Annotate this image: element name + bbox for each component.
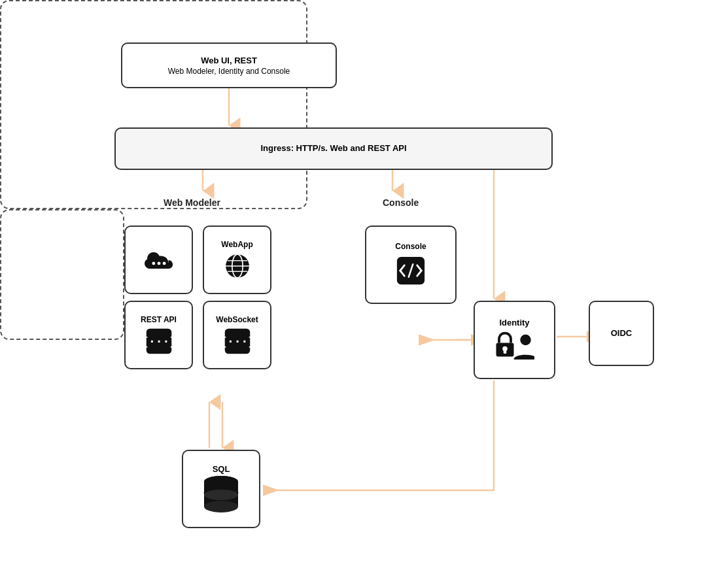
svg-text:{···}: {···} bbox=[223, 334, 252, 348]
oidc-label: OIDC bbox=[611, 327, 633, 339]
cloud-dots-icon bbox=[142, 243, 176, 277]
svg-point-16 bbox=[157, 261, 160, 265]
svg-rect-30 bbox=[503, 349, 506, 354]
oidc-box: OIDC bbox=[589, 301, 654, 366]
source-line2: Web Modeler, Identity and Console bbox=[168, 67, 290, 76]
source-line1: Web UI, REST bbox=[201, 55, 257, 67]
identity-box: Identity bbox=[474, 301, 555, 379]
sql-box: SQL bbox=[182, 450, 260, 528]
console-component: Console bbox=[365, 226, 457, 304]
webapp-label: WebApp bbox=[221, 240, 252, 249]
webapp-icon bbox=[223, 252, 252, 280]
console-group-label: Console bbox=[383, 197, 419, 208]
webmodeler-group-label: Web Modeler bbox=[164, 197, 220, 208]
restapi-icon: {···} bbox=[145, 327, 173, 356]
sql-icon bbox=[200, 475, 242, 514]
identity-label: Identity bbox=[499, 317, 529, 329]
svg-point-31 bbox=[520, 335, 531, 346]
webmodeler-group bbox=[0, 0, 307, 209]
cloud-component bbox=[124, 226, 193, 294]
console-label: Console bbox=[395, 242, 426, 251]
websocket-label: WebSocket bbox=[216, 315, 258, 324]
console-icon bbox=[394, 254, 428, 288]
svg-point-43 bbox=[204, 476, 238, 488]
restapi-component: REST API {···} bbox=[124, 301, 193, 369]
ingress-label: Ingress: HTTP/s. Web and REST API bbox=[260, 143, 406, 154]
ingress-box: Ingress: HTTP/s. Web and REST API bbox=[114, 127, 553, 170]
websocket-component: WebSocket {···} bbox=[203, 301, 271, 369]
sql-label: SQL bbox=[213, 463, 230, 475]
diagram-container: Web UI, REST Web Modeler, Identity and C… bbox=[0, 0, 728, 587]
svg-text:{···}: {···} bbox=[145, 334, 173, 348]
restapi-label: REST API bbox=[141, 315, 177, 324]
svg-point-17 bbox=[162, 261, 165, 265]
identity-icon bbox=[495, 329, 534, 363]
source-box: Web UI, REST Web Modeler, Identity and C… bbox=[121, 42, 337, 88]
console-group bbox=[0, 209, 124, 340]
svg-point-41 bbox=[204, 501, 238, 512]
svg-point-15 bbox=[152, 261, 155, 265]
webapp-component: WebApp bbox=[203, 226, 271, 294]
svg-point-42 bbox=[204, 490, 238, 500]
websocket-icon: {···} bbox=[223, 327, 252, 356]
